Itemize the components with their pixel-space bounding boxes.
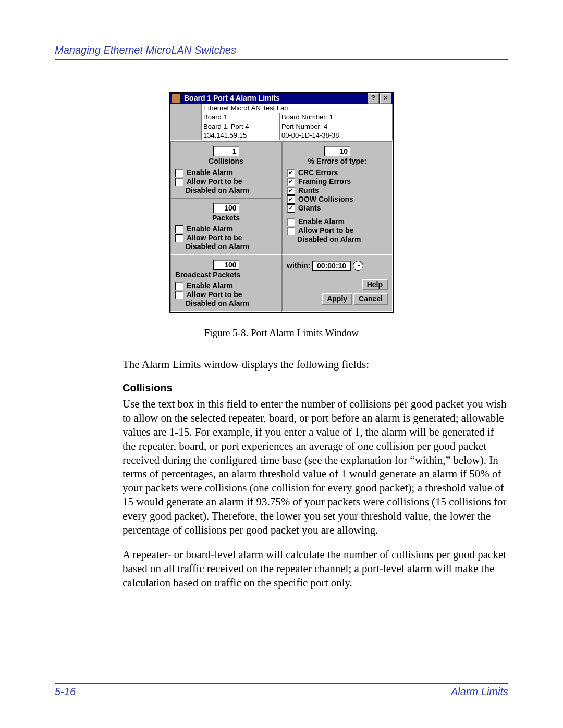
packets-enable-alarm[interactable]: Enable Alarm: [175, 225, 277, 233]
dialog-title: Board 1 Port 4 Alarm Limits: [184, 94, 366, 102]
collisions-heading: Collisions: [123, 381, 508, 395]
errors-input[interactable]: 10: [324, 146, 350, 156]
info-port-number: Port Number: 4: [279, 122, 393, 131]
errors-section: 10 % Errors of type: CRC Errors Framing …: [282, 141, 393, 255]
broadcast-title: Broadcast Packets: [175, 271, 277, 279]
page-footer: 5-16 Alarm Limits: [55, 683, 508, 698]
within-label: within:: [287, 262, 310, 269]
within-input[interactable]: 00:00:10: [312, 261, 351, 271]
system-icon: [172, 94, 181, 103]
info-board-port: Board 1, Port 4: [201, 122, 280, 131]
alarm-limits-dialog: Board 1 Port 4 Alarm Limits ? × Ethernet…: [169, 92, 394, 313]
info-board: Board 1: [201, 113, 280, 122]
collisions-input[interactable]: 1: [213, 146, 239, 156]
help-button[interactable]: Help: [362, 279, 388, 290]
device-info-grid: Ethernet MicroLAN Test Lab Board 1 Board…: [170, 104, 393, 140]
packets-allow-line2: Disabled on Alarm: [175, 243, 277, 251]
within-section: within: 00:00:10 Help Apply Cancel: [282, 255, 393, 312]
broadcast-allow-line2: Disabled on Alarm: [175, 300, 277, 307]
errors-title: % Errors of type:: [287, 157, 388, 165]
packets-allow-disable[interactable]: Allow Port to be: [175, 234, 277, 242]
cancel-button[interactable]: Cancel: [353, 293, 388, 304]
packets-title: Packets: [175, 214, 277, 222]
packets-input[interactable]: 100: [213, 203, 239, 213]
collisions-title: Collisions: [175, 157, 277, 165]
oow-collisions-checkbox[interactable]: OOW Collisions: [287, 195, 388, 204]
help-icon[interactable]: ?: [368, 93, 379, 104]
dialog-titlebar[interactable]: Board 1 Port 4 Alarm Limits ? ×: [170, 93, 393, 104]
collisions-allow-disable[interactable]: Allow Port to be: [175, 178, 277, 186]
apply-button[interactable]: Apply: [322, 293, 352, 304]
collisions-enable-alarm[interactable]: Enable Alarm: [175, 169, 277, 177]
figure-caption: Figure 5-8. Port Alarm Limits Window: [55, 327, 508, 339]
framing-errors-checkbox[interactable]: Framing Errors: [287, 178, 388, 186]
giants-checkbox[interactable]: Giants: [287, 204, 388, 213]
broadcast-input[interactable]: 100: [213, 260, 239, 270]
packets-section: 100 Packets Enable Alarm Allow Port to b…: [170, 198, 282, 255]
info-mac: 00-00-1D-14-38-38: [279, 131, 393, 140]
info-lab: Ethernet MicroLAN Test Lab: [201, 104, 393, 113]
collisions-allow-line2: Disabled on Alarm: [175, 187, 277, 194]
info-ip: 134.141.59.15: [201, 131, 280, 140]
errors-enable-alarm[interactable]: Enable Alarm: [287, 218, 388, 226]
broadcast-section: 100 Broadcast Packets Enable Alarm Allow…: [170, 255, 282, 312]
errors-allow-disable[interactable]: Allow Port to be: [287, 227, 388, 235]
collisions-paragraph-2: A repeater- or board-level alarm will ca…: [123, 548, 508, 590]
intro-paragraph: The Alarm Limits window displays the fol…: [123, 357, 508, 372]
clock-icon[interactable]: [353, 261, 363, 271]
section-name: Alarm Limits: [451, 686, 508, 698]
crc-errors-checkbox[interactable]: CRC Errors: [287, 169, 388, 177]
errors-allow-line2: Disabled on Alarm: [287, 236, 388, 243]
header-rule: [55, 59, 508, 60]
close-icon[interactable]: ×: [380, 93, 391, 104]
broadcast-enable-alarm[interactable]: Enable Alarm: [175, 282, 277, 290]
collisions-paragraph-1: Use the text box in this field to enter …: [123, 397, 508, 537]
runts-checkbox[interactable]: Runts: [287, 187, 388, 195]
running-header: Managing Ethernet MicroLAN Switches: [55, 44, 508, 56]
collisions-section: 1 Collisions Enable Alarm Allow Port to …: [170, 141, 282, 198]
broadcast-allow-disable[interactable]: Allow Port to be: [175, 291, 277, 299]
info-board-number: Board Number: 1: [279, 113, 393, 122]
page-number: 5-16: [55, 686, 76, 698]
